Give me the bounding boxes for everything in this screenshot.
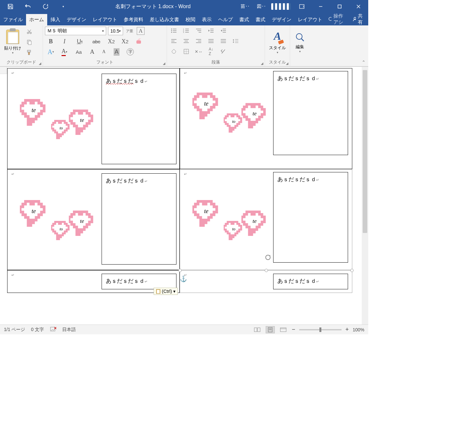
copy-button[interactable] <box>25 38 33 46</box>
superscript-button[interactable]: X2 <box>119 37 131 46</box>
tab-view[interactable]: 表示 <box>199 14 215 25</box>
font-color-button[interactable]: A▾ <box>59 48 70 56</box>
share-button[interactable]: 共有 <box>348 13 368 25</box>
selection-handle[interactable] <box>350 269 354 272</box>
anchor-icon[interactable]: ⚓ <box>180 275 187 282</box>
tab-file[interactable]: ファイル <box>0 14 26 25</box>
tab-insert[interactable]: 挿入 <box>47 14 63 25</box>
card-cell[interactable]: ↵ あｓだｓだｓｄ↵ <box>180 270 352 293</box>
spell-check-icon[interactable] <box>50 326 56 333</box>
tab-mailings[interactable]: 差し込み文書 <box>147 14 182 25</box>
tab-design[interactable]: デザイン <box>63 14 90 25</box>
clear-format-button[interactable] <box>133 37 145 46</box>
bold-button[interactable]: B <box>45 37 57 46</box>
qat-more-icon[interactable]: ▾ <box>59 3 67 10</box>
phonetic-guide-button[interactable]: ア亜 <box>125 27 134 35</box>
thumb-label-1[interactable]: 苗‥ <box>241 4 250 9</box>
tell-me-search[interactable]: 操作アシ <box>326 13 348 25</box>
tab-format-1[interactable]: 書式 <box>236 14 252 25</box>
increase-indent-button[interactable] <box>218 27 228 35</box>
align-left-button[interactable] <box>169 37 179 45</box>
text-box[interactable]: あｓだｓだｓｄ↵ <box>273 274 348 289</box>
asian-layout-button[interactable]: ✕↔ <box>194 48 203 55</box>
redo-icon[interactable] <box>42 3 49 10</box>
align-center-button[interactable] <box>181 37 191 45</box>
zoom-in-button[interactable]: + <box>345 326 349 333</box>
borders-button[interactable] <box>181 48 191 55</box>
font-name-combo[interactable]: ＭＳ 明朝▾ <box>45 27 106 35</box>
shading-button[interactable] <box>169 48 179 55</box>
show-marks-button[interactable] <box>218 48 228 55</box>
multilevel-list-button[interactable] <box>194 27 203 35</box>
collapse-ribbon-button[interactable]: ⌃ <box>362 60 366 65</box>
align-right-button[interactable] <box>194 37 203 45</box>
tab-review[interactable]: 校閲 <box>182 14 199 25</box>
underline-button[interactable]: U ▾ <box>72 37 87 46</box>
zoom-slider[interactable] <box>299 329 342 330</box>
justify-button[interactable] <box>206 37 216 45</box>
clipboard-launcher[interactable]: ◢ <box>39 62 41 65</box>
web-layout-button[interactable] <box>279 326 288 333</box>
italic-button[interactable]: I <box>59 37 70 46</box>
sort-button[interactable]: A↓Z <box>206 48 216 55</box>
document-area[interactable]: ↵ あｓだｓだｓｄ↵ te te to ↵ あｓだｓだｓｄ↵ te te to <box>0 66 368 325</box>
distributed-button[interactable] <box>218 37 228 45</box>
line-spacing-button[interactable] <box>231 37 241 45</box>
tab-help[interactable]: ヘルプ <box>215 14 236 25</box>
text-box[interactable]: あｓだｓだｓｄ↵ <box>102 173 176 265</box>
change-case-button[interactable]: Aa <box>72 48 85 56</box>
close-button[interactable] <box>351 0 366 13</box>
styles-launcher[interactable]: ◢ <box>286 62 288 65</box>
tab-layout[interactable]: レイアウト <box>90 14 120 25</box>
zoom-level[interactable]: 100% <box>353 327 364 332</box>
shrink-font-button[interactable]: A <box>99 48 109 56</box>
grow-font-button[interactable]: A <box>87 48 97 56</box>
tab-ctx-design[interactable]: デザイン <box>269 14 295 25</box>
numbering-button[interactable]: 123 <box>181 27 191 35</box>
document-canvas[interactable]: ↵ あｓだｓだｓｄ↵ te te to ↵ あｓだｓだｓｄ↵ te te to <box>7 68 362 325</box>
account-thumb[interactable] <box>271 3 291 10</box>
highlight-button[interactable]: A <box>111 48 122 56</box>
scroll-thumb[interactable] <box>363 70 367 233</box>
strikethrough-button[interactable]: abc <box>89 37 104 46</box>
minimize-button[interactable] <box>313 0 329 13</box>
read-mode-button[interactable] <box>253 326 262 333</box>
vertical-scrollbar[interactable] <box>362 67 368 325</box>
word-count[interactable]: 0 文字 <box>31 327 44 333</box>
save-icon[interactable] <box>7 3 14 10</box>
maximize-button[interactable] <box>332 0 347 13</box>
char-border-button[interactable]: A <box>136 27 145 35</box>
page-indicator[interactable]: 1/1 ページ <box>4 327 25 333</box>
card-cell[interactable]: ↵ あｓだｓだｓｄ↵ te te to <box>7 169 180 270</box>
selection-handle[interactable] <box>265 269 268 272</box>
ribbon-display-icon[interactable] <box>294 0 310 13</box>
font-launcher[interactable]: ◢ <box>163 62 165 65</box>
rotate-handle[interactable] <box>265 254 271 261</box>
undo-icon[interactable] <box>24 3 32 10</box>
format-painter-button[interactable] <box>25 49 33 56</box>
paste-button[interactable]: 貼り付け ▾ <box>2 27 23 57</box>
editing-button[interactable]: 編集 ▾ <box>290 25 310 60</box>
tab-references[interactable]: 参考資料 <box>120 14 147 25</box>
card-cell-selected[interactable]: ↵ あｓだｓだｓｄ↵ te te to <box>180 169 352 270</box>
thumb-label-2[interactable]: 図‥ <box>257 4 266 9</box>
cut-button[interactable] <box>25 28 33 36</box>
paste-options-button[interactable]: (Ctrl) ▾ <box>154 288 178 295</box>
bullets-button[interactable] <box>169 27 179 35</box>
zoom-out-button[interactable]: − <box>292 326 295 333</box>
tab-ctx-layout[interactable]: レイアウト <box>295 14 326 25</box>
subscript-button[interactable]: X2 <box>105 37 117 46</box>
text-effects-button[interactable]: A▾ <box>45 48 57 56</box>
enclose-char-button[interactable]: 字 <box>124 48 136 56</box>
font-size-combo[interactable]: 10.5▾ <box>108 27 123 35</box>
card-cell[interactable]: ↵ あｓだｓだｓｄ↵ te te to <box>7 68 180 169</box>
card-cell[interactable]: ↵ あｓだｓだｓｄ↵ te te to <box>180 68 352 169</box>
text-box[interactable]: あｓだｓだｓｄ↵ <box>102 274 176 289</box>
text-box[interactable]: あｓだｓだｓｄ↵ <box>273 172 348 263</box>
paragraph-launcher[interactable]: ◢ <box>261 62 263 65</box>
language-indicator[interactable]: 日本語 <box>62 327 76 333</box>
styles-gallery-button[interactable]: A スタイル ▾ <box>265 25 290 59</box>
tab-home[interactable]: ホーム <box>26 14 47 25</box>
text-box[interactable]: あｓだｓだｓｄ↵ <box>273 71 348 155</box>
decrease-indent-button[interactable] <box>206 27 216 35</box>
